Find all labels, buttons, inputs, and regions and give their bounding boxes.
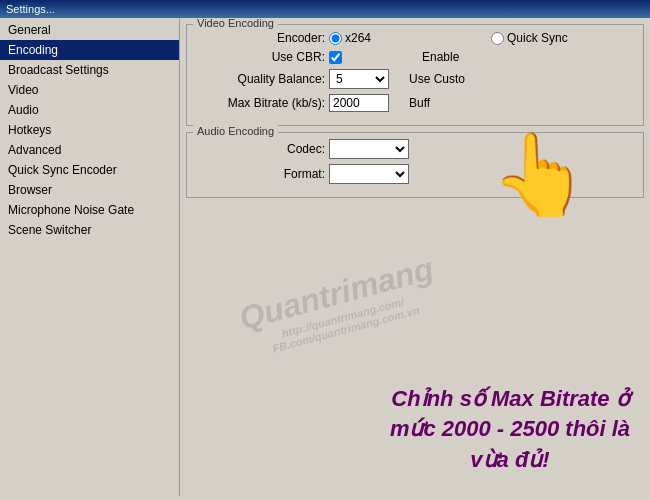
annotation-line1: Chỉnh số Max Bitrate ở: [370, 384, 650, 415]
codec-select[interactable]: [329, 139, 409, 159]
encoder-row: Encoder: x264 Quick Sync: [195, 31, 635, 45]
quick-sync-option[interactable]: Quick Sync: [491, 31, 568, 45]
watermark-site: Quantrimang: [235, 250, 437, 337]
title-text: Settings...: [6, 3, 55, 15]
max-bitrate-label: Max Bitrate (kb/s):: [195, 96, 325, 110]
use-cbr-checkbox[interactable]: [329, 51, 342, 64]
sidebar-item-encoding[interactable]: Encoding: [0, 40, 179, 60]
watermark-url1: http://quantrimang.com/: [280, 295, 405, 339]
use-cbr-label: Use CBR:: [195, 50, 325, 64]
sidebar-item-audio[interactable]: Audio: [0, 100, 179, 120]
video-encoding-group: Video Encoding Encoder: x264 Quick Sync: [186, 24, 644, 126]
audio-encoding-title: Audio Encoding: [193, 125, 278, 137]
quick-sync-label: Quick Sync: [507, 31, 568, 45]
codec-label: Codec:: [195, 142, 325, 156]
annotation-line2: mức 2000 - 2500 thôi là: [370, 414, 650, 445]
sidebar-item-microphone-noise-gate[interactable]: Microphone Noise Gate: [0, 200, 179, 220]
codec-row: Codec:: [195, 139, 635, 159]
sidebar-item-browser[interactable]: Browser: [0, 180, 179, 200]
format-label: Format:: [195, 167, 325, 181]
quality-balance-label: Quality Balance:: [195, 72, 325, 86]
format-select[interactable]: [329, 164, 409, 184]
quick-sync-radio[interactable]: [491, 32, 504, 45]
sidebar-item-hotkeys[interactable]: Hotkeys: [0, 120, 179, 140]
watermark-url2: FB.com/quantrimang.com.vn: [271, 304, 421, 355]
sidebar-item-quick-sync-encoder[interactable]: Quick Sync Encoder: [0, 160, 179, 180]
quality-balance-row: Quality Balance: 5 Use Custo: [195, 69, 635, 89]
sidebar-item-advanced[interactable]: Advanced: [0, 140, 179, 160]
annotation-line3: vừa đủ!: [370, 445, 650, 476]
encoder-radio-group: x264 Quick Sync: [329, 31, 568, 45]
sidebar-item-broadcast-settings[interactable]: Broadcast Settings: [0, 60, 179, 80]
sidebar: General Encoding Broadcast Settings Vide…: [0, 18, 180, 496]
x264-option[interactable]: x264: [329, 31, 371, 45]
sidebar-item-scene-switcher[interactable]: Scene Switcher: [0, 220, 179, 240]
encoder-label: Encoder:: [195, 31, 325, 45]
sidebar-item-video[interactable]: Video: [0, 80, 179, 100]
sidebar-item-general[interactable]: General: [0, 20, 179, 40]
title-bar: Settings...: [0, 0, 650, 18]
quality-balance-select[interactable]: 5: [329, 69, 389, 89]
use-cbr-row: Use CBR: Enable: [195, 50, 635, 64]
max-bitrate-row: Max Bitrate (kb/s): Buff: [195, 94, 635, 112]
enable-label: Enable: [422, 50, 459, 64]
watermark: Quantrimang http://quantrimang.com/ FB.c…: [235, 250, 443, 360]
audio-encoding-group: Audio Encoding Codec: Format:: [186, 132, 644, 198]
content-area: Video Encoding Encoder: x264 Quick Sync: [180, 18, 650, 496]
use-custom-label: Use Custo: [409, 72, 465, 86]
buffer-label: Buff: [409, 96, 430, 110]
format-row: Format:: [195, 164, 635, 184]
max-bitrate-input[interactable]: [329, 94, 389, 112]
x264-label: x264: [345, 31, 371, 45]
main-container: General Encoding Broadcast Settings Vide…: [0, 18, 650, 496]
x264-radio[interactable]: [329, 32, 342, 45]
video-encoding-title: Video Encoding: [193, 18, 278, 29]
annotation-text: Chỉnh số Max Bitrate ở mức 2000 - 2500 t…: [370, 384, 650, 476]
